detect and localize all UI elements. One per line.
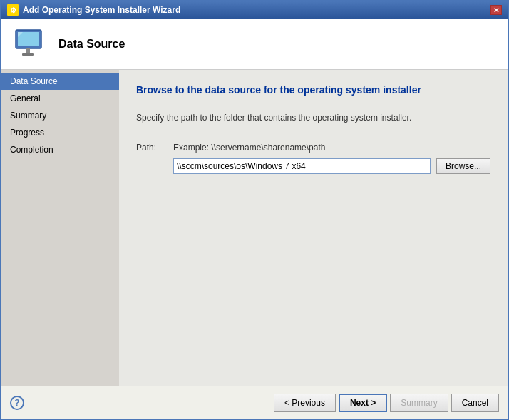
sidebar-item-completion[interactable]: Completion: [1, 141, 119, 158]
path-input[interactable]: [173, 158, 431, 174]
browse-button[interactable]: Browse...: [436, 158, 490, 174]
sidebar-item-general[interactable]: General: [1, 90, 119, 107]
close-button[interactable]: ✕: [490, 5, 502, 15]
title-bar-text: Add Operating System Installer Wizard: [23, 5, 180, 15]
computer-icon: [13, 27, 47, 61]
footer: ? < Previous Next > Summary Cancel: [1, 386, 508, 419]
path-input-row: Browse...: [173, 158, 490, 174]
svg-rect-2: [26, 48, 30, 53]
sidebar-item-summary[interactable]: Summary: [1, 107, 119, 124]
sidebar: Data Source General Summary Progress Com…: [1, 70, 119, 386]
main-layout: Data Source General Summary Progress Com…: [1, 70, 508, 386]
path-example: Example: \\servername\sharename\path: [173, 143, 325, 153]
previous-button[interactable]: < Previous: [274, 394, 336, 412]
svg-rect-3: [22, 53, 34, 56]
footer-buttons: < Previous Next > Summary Cancel: [274, 394, 499, 412]
header-area: Data Source: [1, 19, 508, 70]
path-row: Path: Example: \\servername\sharename\pa…: [136, 143, 490, 153]
sidebar-item-data-source[interactable]: Data Source: [1, 73, 119, 90]
sidebar-item-progress[interactable]: Progress: [1, 124, 119, 141]
summary-button[interactable]: Summary: [390, 394, 448, 412]
wizard-window: ⚙ Add Operating System Installer Wizard …: [0, 0, 509, 420]
title-bar: ⚙ Add Operating System Installer Wizard …: [1, 1, 508, 19]
content-title: Browse to the data source for the operat…: [136, 84, 490, 96]
next-button[interactable]: Next >: [339, 394, 387, 412]
title-bar-left: ⚙ Add Operating System Installer Wizard: [7, 4, 180, 16]
help-icon[interactable]: ?: [10, 396, 24, 410]
footer-left: ?: [10, 396, 24, 410]
description-text: Specify the path to the folder that cont…: [136, 113, 490, 123]
svg-rect-1: [18, 32, 39, 46]
title-bar-app-icon: ⚙: [7, 4, 19, 16]
path-label: Path:: [136, 143, 165, 153]
cancel-button[interactable]: Cancel: [451, 394, 499, 412]
content-area: Browse to the data source for the operat…: [119, 70, 508, 386]
header-title: Data Source: [58, 38, 125, 51]
